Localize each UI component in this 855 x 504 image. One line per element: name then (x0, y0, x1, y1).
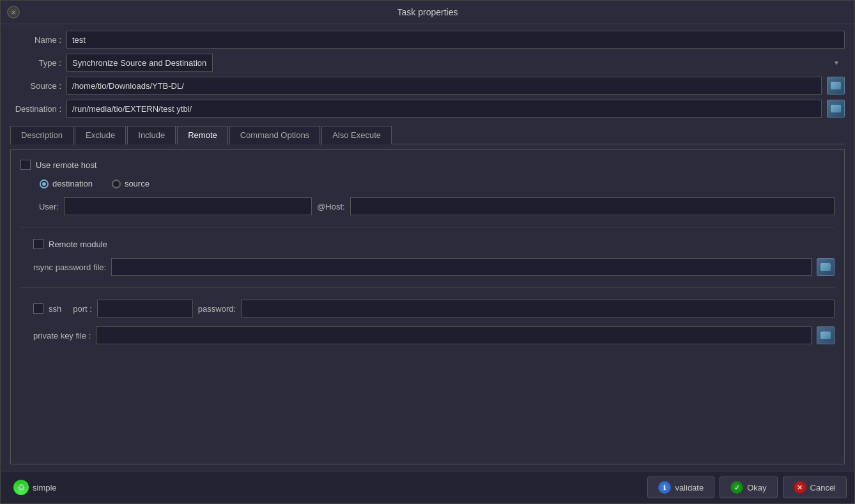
type-select-wrapper: Synchronize Source and Destination ▼ (66, 54, 845, 72)
tabs-bar: Description Exclude Include Remote Comma… (10, 125, 845, 144)
remote-module-label: Remote module (49, 240, 107, 249)
private-key-browse-button[interactable] (817, 326, 835, 344)
name-row: Name : (10, 31, 845, 49)
destination-browse-icon (831, 105, 841, 112)
private-key-row: private key file : (20, 326, 835, 344)
radio-destination-label: destination (52, 179, 93, 188)
footer: ♻ simple ℹ validate ✓ Okay ✕ Cancel (1, 471, 854, 503)
simple-button[interactable]: ♻ simple (8, 477, 62, 498)
ssh-port-input[interactable] (97, 300, 193, 317)
remote-type-radio-group: destination source (20, 179, 835, 188)
ssh-row: ssh port : password: (20, 300, 835, 317)
source-row: Source : (10, 77, 845, 95)
radio-destination[interactable]: destination (40, 179, 93, 188)
validate-icon: ℹ (658, 481, 671, 494)
remote-module-row: Remote module (20, 239, 835, 249)
password-label: password: (198, 304, 236, 314)
footer-buttons: ℹ validate ✓ Okay ✕ Cancel (647, 477, 847, 498)
name-label: Name : (10, 35, 61, 45)
simple-label: simple (33, 483, 57, 493)
destination-input[interactable] (66, 100, 822, 118)
type-select[interactable]: Synchronize Source and Destination (66, 54, 213, 72)
okay-icon: ✓ (730, 481, 743, 494)
main-window: Task properties Name : Type : Synchroniz… (0, 0, 855, 504)
private-key-input[interactable] (96, 326, 812, 344)
window-title: Task properties (397, 7, 458, 17)
select-arrow-icon: ▼ (833, 59, 840, 66)
radio-source[interactable]: source (112, 179, 150, 188)
radio-source-dot (112, 179, 121, 188)
user-label: User: (33, 202, 59, 211)
tab-command-options[interactable]: Command Options (229, 126, 320, 144)
use-remote-host-row: Use remote host (20, 160, 835, 170)
close-button[interactable] (7, 6, 20, 19)
host-label: @Host: (317, 202, 345, 211)
tab-include[interactable]: Include (127, 126, 176, 144)
port-label: port : (73, 304, 92, 314)
rsync-password-browse-button[interactable] (817, 258, 835, 276)
ssh-checkbox[interactable] (33, 303, 43, 314)
rsync-password-input[interactable] (111, 258, 812, 276)
rsync-password-row: rsync password file: (20, 258, 835, 276)
radio-destination-dot (40, 179, 49, 188)
divider-1 (20, 227, 835, 227)
validate-label: validate (675, 483, 704, 493)
source-input[interactable] (66, 77, 822, 95)
user-host-row: User: @Host: (20, 197, 835, 215)
private-key-browse-icon (820, 332, 831, 339)
radio-source-label: source (125, 179, 150, 188)
name-input[interactable] (66, 31, 845, 49)
type-label: Type : (10, 58, 61, 68)
validate-button[interactable]: ℹ validate (647, 477, 714, 498)
tab-also-execute[interactable]: Also Execute (321, 126, 392, 144)
user-input[interactable] (64, 197, 312, 215)
ssh-label: ssh (49, 304, 61, 314)
destination-label: Destination : (10, 104, 61, 114)
cancel-icon: ✕ (794, 481, 806, 494)
source-label: Source : (10, 81, 61, 91)
simple-icon: ♻ (13, 480, 29, 495)
private-key-label: private key file : (33, 331, 91, 340)
okay-button[interactable]: ✓ Okay (720, 477, 777, 498)
content-area: Name : Type : Synchronize Source and Des… (1, 24, 854, 471)
remote-tab-content: Use remote host destination source User:… (10, 149, 845, 464)
rsync-browse-icon (820, 263, 831, 271)
remote-module-checkbox[interactable] (33, 239, 43, 249)
title-bar: Task properties (1, 1, 854, 24)
use-remote-host-checkbox[interactable] (20, 160, 31, 170)
destination-browse-button[interactable] (827, 100, 845, 118)
destination-row: Destination : (10, 100, 845, 118)
ssh-password-input[interactable] (241, 300, 835, 317)
tab-description[interactable]: Description (10, 126, 73, 144)
cancel-label: Cancel (810, 483, 836, 493)
source-browse-button[interactable] (827, 77, 845, 95)
okay-label: Okay (747, 483, 766, 493)
use-remote-host-label: Use remote host (36, 160, 96, 170)
divider-2 (20, 287, 835, 288)
host-input[interactable] (350, 197, 835, 215)
cancel-button[interactable]: ✕ Cancel (783, 477, 847, 498)
rsync-password-label: rsync password file: (33, 263, 106, 272)
source-browse-icon (831, 82, 841, 89)
tab-remote[interactable]: Remote (177, 126, 228, 144)
tab-exclude[interactable]: Exclude (75, 126, 126, 144)
type-row: Type : Synchronize Source and Destinatio… (10, 54, 845, 72)
